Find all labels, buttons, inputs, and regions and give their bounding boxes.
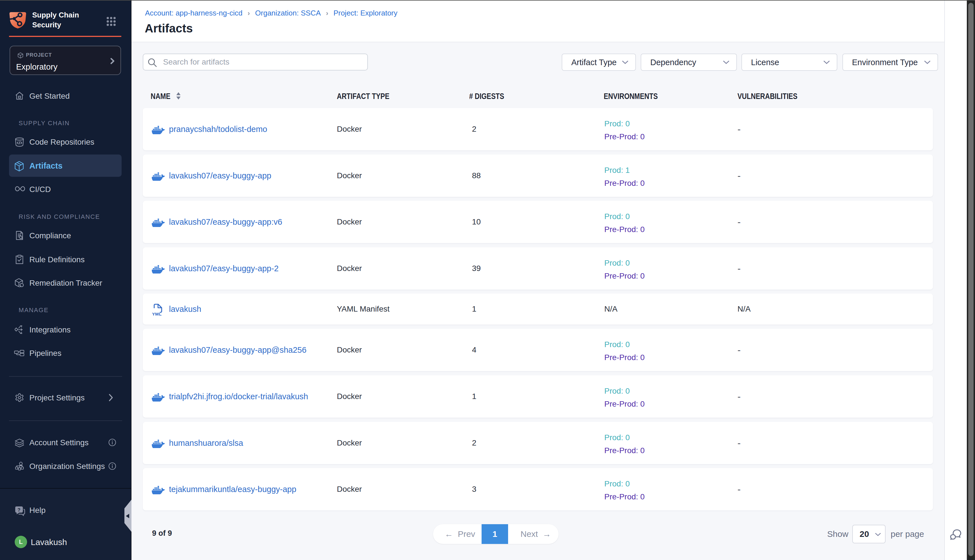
- svg-text:?: ?: [17, 507, 20, 513]
- svg-text:YML: YML: [152, 312, 162, 316]
